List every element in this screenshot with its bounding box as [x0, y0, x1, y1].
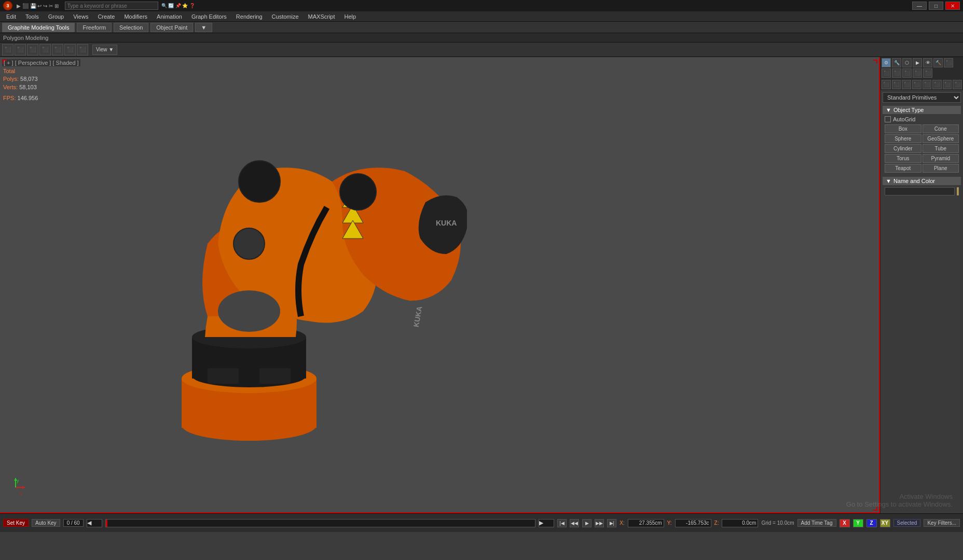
key-filters-button[interactable]: Key Filters...: [924, 519, 960, 527]
panel-icon-extra3[interactable]: ⬛: [892, 68, 901, 78]
panel-icon-extra6[interactable]: ⬛: [923, 68, 932, 78]
name-color-section: ▼ Name and Color: [883, 177, 961, 198]
set-key-button[interactable]: Set Key: [3, 519, 29, 527]
torus-button[interactable]: Torus: [885, 154, 921, 163]
panel-icon-extra2[interactable]: ⬛: [882, 68, 891, 78]
svg-point-14: [218, 290, 280, 332]
close-button[interactable]: ✕: [945, 2, 960, 10]
axis-xy-button[interactable]: XY: [880, 519, 890, 527]
toolbar-icon-3[interactable]: ⬛: [39, 44, 51, 55]
viewport-stats: Total Polys: 58,073 Verts: 58,103 FPS: 1…: [3, 67, 38, 103]
timeline-left-btn[interactable]: ◀: [87, 519, 102, 527]
panel-icon-row2-1[interactable]: ⬛: [882, 80, 891, 89]
toolbar-icon-2[interactable]: ⬛: [27, 44, 38, 55]
axis-y-button[interactable]: Y: [853, 519, 863, 527]
toolbar-icon-5[interactable]: ⬛: [64, 44, 76, 55]
toolbar-icon-6[interactable]: ⬛: [77, 44, 88, 55]
geosphere-button[interactable]: GeoSphere: [923, 134, 959, 143]
add-time-tag-button[interactable]: Add Time Tag: [797, 519, 836, 527]
panel-icon-create[interactable]: ⚙: [882, 58, 891, 67]
prev-key-button[interactable]: ◀◀: [570, 519, 579, 527]
viewport[interactable]: [ + ] [ Perspective ] [ Shaded ] Total P…: [0, 57, 880, 513]
panel-icon-hierarchy[interactable]: ⬡: [902, 58, 912, 67]
menu-item-edit[interactable]: Edit: [2, 12, 20, 21]
autogrid-label: AutoGrid: [893, 116, 915, 122]
color-swatch[interactable]: [957, 187, 959, 195]
toolbar-extra-btn[interactable]: ▼: [195, 23, 212, 32]
teapot-button[interactable]: Teapot: [885, 164, 921, 173]
menu-item-help[interactable]: Help: [340, 12, 361, 21]
autogrid-checkbox[interactable]: [885, 116, 891, 122]
name-color-content: [883, 185, 961, 198]
panel-icon-motion[interactable]: ▶: [913, 58, 922, 67]
primitive-type-dropdown[interactable]: Standard Primitives: [883, 92, 961, 103]
coord-z-input[interactable]: [722, 519, 758, 527]
svg-point-12: [239, 161, 280, 202]
pyramid-button[interactable]: Pyramid: [923, 154, 959, 163]
next-frame-button[interactable]: ▶|: [607, 519, 616, 527]
next-key-button[interactable]: ▶▶: [595, 519, 604, 527]
icon-toolbar: ⬛⬛⬛⬛⬛⬛⬛View ▼: [0, 43, 963, 57]
axis-z-button[interactable]: Z: [866, 519, 877, 527]
toolbar-tab-selection[interactable]: Selection: [114, 23, 148, 32]
panel-icon-extra5[interactable]: ⬛: [913, 68, 922, 78]
viewport-label: [ + ] [ Perspective ] [ Shaded ]: [2, 59, 80, 66]
menu-item-rendering[interactable]: Rendering: [232, 12, 267, 21]
coord-x-input[interactable]: [628, 519, 664, 527]
right-panel: ⚙ 🔧 ⬡ ▶ 👁 🔨 ⬛ ⬛ ⬛ ⬛ ⬛ ⬛ ⬛ ⬛ ⬛ ⬛ ⬛ ⬛ ⬛ ⬛ …: [880, 57, 963, 513]
menu-item-animation[interactable]: Animation: [153, 12, 186, 21]
sphere-button[interactable]: Sphere: [885, 134, 921, 143]
toolbar-tab-graphite-modeling-tools[interactable]: Graphite Modeling Tools: [2, 23, 75, 32]
view-dropdown[interactable]: View ▼: [92, 45, 117, 55]
prev-frame-button[interactable]: |◀: [557, 519, 567, 527]
panel-icon-display[interactable]: 👁: [923, 58, 932, 67]
timeline-track[interactable]: [105, 519, 536, 527]
tube-button[interactable]: Tube: [923, 144, 959, 153]
panel-icon-extra1[interactable]: ⬛: [944, 58, 953, 67]
name-color-row: [885, 187, 959, 195]
object-type-header[interactable]: ▼ Object Type: [883, 106, 961, 114]
toolbar-tab-object-paint[interactable]: Object Paint: [150, 23, 193, 32]
object-type-content: AutoGrid Box Cone Sphere GeoSphere Cylin…: [883, 114, 961, 175]
coord-y-input[interactable]: [675, 519, 711, 527]
panel-icon-extra4[interactable]: ⬛: [902, 68, 912, 78]
axis-x-button[interactable]: X: [840, 519, 850, 527]
menu-item-tools[interactable]: Tools: [21, 12, 43, 21]
menu-item-create[interactable]: Create: [93, 12, 119, 21]
name-color-header[interactable]: ▼ Name and Color: [883, 177, 961, 185]
toolbar-icon-1[interactable]: ⬛: [15, 44, 26, 55]
menu-item-group[interactable]: Group: [44, 12, 68, 21]
auto-key-button[interactable]: Auto Key: [32, 519, 60, 527]
name-color-collapse-icon: ▼: [886, 178, 891, 184]
cylinder-button[interactable]: Cylinder: [885, 144, 921, 153]
box-button[interactable]: Box: [885, 124, 921, 133]
menu-item-graph editors[interactable]: Graph Editors: [187, 12, 231, 21]
toolbar-icon-0[interactable]: ⬛: [2, 44, 13, 55]
timeline-right-btn[interactable]: ▶: [539, 519, 554, 527]
menu-item-customize[interactable]: Customize: [268, 12, 303, 21]
menu-item-modifiers[interactable]: Modifiers: [120, 12, 152, 21]
panel-icon-row2-8[interactable]: ⬛: [953, 80, 962, 89]
panel-icon-utilities[interactable]: 🔨: [933, 58, 943, 67]
toolbar-icon-4[interactable]: ⬛: [52, 44, 63, 55]
maximize-button[interactable]: □: [929, 2, 943, 10]
search-input[interactable]: [65, 2, 158, 10]
panel-icon-row2-4[interactable]: ⬛: [912, 80, 921, 89]
panel-icon-modify[interactable]: 🔧: [892, 58, 901, 67]
titlebar-controls: — □ ✕: [912, 2, 960, 10]
panel-icon-row2-2[interactable]: ⬛: [892, 80, 901, 89]
panel-icon-row2-6[interactable]: ⬛: [932, 80, 942, 89]
panel-icon-row2-3[interactable]: ⬛: [902, 80, 911, 89]
panel-icon-row2-7[interactable]: ⬛: [943, 80, 952, 89]
object-name-input[interactable]: [885, 187, 955, 195]
cone-button[interactable]: Cone: [923, 124, 959, 133]
menu-item-maxscript[interactable]: MAXScript: [304, 12, 339, 21]
collapse-icon: ▼: [886, 107, 891, 113]
toolbar-tab-freeform[interactable]: Freeform: [77, 23, 112, 32]
minimize-button[interactable]: —: [912, 2, 927, 10]
panel-icon-row2-5[interactable]: ⬛: [923, 80, 932, 89]
play-button[interactable]: ▶: [582, 519, 591, 527]
menu-item-views[interactable]: Views: [69, 12, 92, 21]
plane-button[interactable]: Plane: [923, 164, 959, 173]
svg-marker-21: [22, 486, 25, 489]
